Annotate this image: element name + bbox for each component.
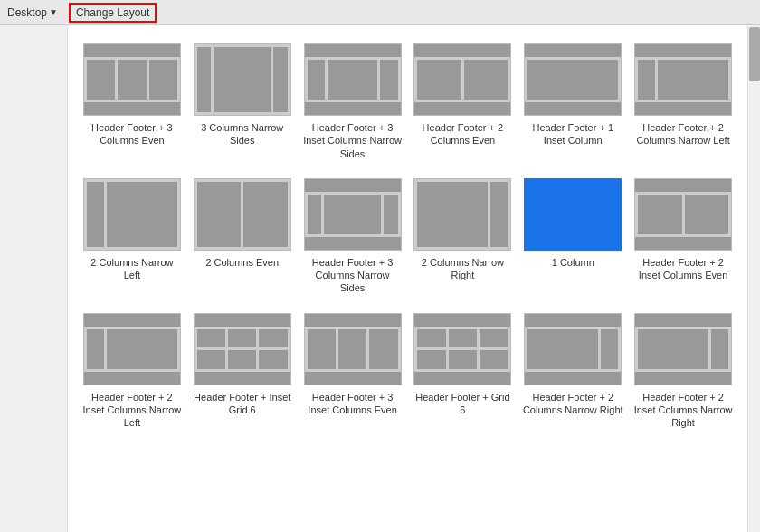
layout-preview-hf-2inset-col-narrow-left xyxy=(83,313,181,385)
top-bar: Desktop ▼ Change Layout xyxy=(0,0,760,25)
layout-preview-hf-3col-inset-narrow xyxy=(304,43,402,116)
layout-label-hf-3col-inset-narrow: Header Footer + 3 Inset Columns Narrow S… xyxy=(302,121,404,160)
layout-preview-hf-3col-narrow-sides xyxy=(304,178,402,251)
layout-preview-hf-3col-even xyxy=(83,43,181,116)
layout-item-hf-2col-even[interactable]: Header Footer + 2 Columns Even xyxy=(413,43,514,160)
desktop-dropdown-arrow[interactable]: ▼ xyxy=(49,7,58,17)
layout-label-2col-narrow-right: 2 Columns Narrow Right xyxy=(413,256,514,282)
layout-preview-hf-2col-even xyxy=(413,43,511,116)
layout-preview-2col-even xyxy=(194,178,291,251)
layout-label-3col-narrow-sides: 3 Columns Narrow Sides xyxy=(192,121,293,147)
layout-item-hf-2col-narrow-right[interactable]: Header Footer + 2 Columns Narrow Right xyxy=(522,313,623,430)
layout-preview-hf-3inset-col-even xyxy=(304,313,402,385)
layout-preview-hf-2inset-col-narrow-right xyxy=(634,313,732,385)
layout-item-2col-narrow-right[interactable]: 2 Columns Narrow Right xyxy=(413,178,514,295)
layout-item-hf-3col-even[interactable]: Header Footer + 3 Columns Even xyxy=(81,43,183,160)
layout-item-hf-2inset-col-narrow-right[interactable]: Header Footer + 2 Inset Columns Narrow R… xyxy=(632,313,734,430)
layout-preview-3col-narrow-sides xyxy=(194,43,291,116)
layout-label-hf-2col-even: Header Footer + 2 Columns Even xyxy=(413,121,514,147)
main-container: Header Footer + 3 Columns Even 3 Columns… xyxy=(0,25,760,532)
layout-preview-hf-2col-narrow-right xyxy=(524,313,622,385)
change-layout-button[interactable]: Change Layout xyxy=(69,3,157,23)
layout-label-hf-2inset-col-narrow-left: Header Footer + 2 Inset Columns Narrow L… xyxy=(81,391,183,430)
layout-item-2col-even[interactable]: 2 Columns Even xyxy=(192,178,293,295)
layout-item-hf-2inset-col-even[interactable]: Header Footer + 2 Inset Columns Even xyxy=(632,178,734,295)
layout-label-1col: 1 Column xyxy=(552,256,594,269)
desktop-label: Desktop xyxy=(7,6,47,19)
layout-preview-2col-narrow-left xyxy=(83,178,181,251)
layout-preview-hf-1inset-col xyxy=(524,43,622,116)
scrollbar-thumb[interactable] xyxy=(749,27,760,81)
layout-preview-hf-inset-grid-6 xyxy=(194,313,291,385)
layout-item-2col-narrow-left[interactable]: 2 Columns Narrow Left xyxy=(81,178,183,295)
layout-label-hf-2inset-col-narrow-right: Header Footer + 2 Inset Columns Narrow R… xyxy=(632,391,734,430)
layout-item-hf-inset-grid-6[interactable]: Header Footer + Inset Grid 6 xyxy=(192,313,293,430)
layout-label-hf-3inset-col-even: Header Footer + 3 Inset Columns Even xyxy=(302,391,404,417)
layout-label-hf-grid-6: Header Footer + Grid 6 xyxy=(413,391,514,417)
layout-label-hf-3col-even: Header Footer + 3 Columns Even xyxy=(81,121,183,147)
layout-preview-hf-grid-6 xyxy=(413,313,511,385)
layout-item-3col-narrow-sides[interactable]: 3 Columns Narrow Sides xyxy=(192,43,293,160)
layout-item-1col[interactable]: 1 Column xyxy=(522,178,623,295)
layout-label-2col-even: 2 Columns Even xyxy=(205,256,279,269)
layout-item-hf-2inset-col-narrow-left[interactable]: Header Footer + 2 Inset Columns Narrow L… xyxy=(81,313,183,430)
layout-label-hf-2col-narrow-left: Header Footer + 2 Columns Narrow Left xyxy=(632,121,734,147)
layout-preview-hf-2col-narrow-left xyxy=(634,43,732,116)
layout-label-hf-inset-grid-6: Header Footer + Inset Grid 6 xyxy=(192,391,293,417)
layout-item-hf-3inset-col-even[interactable]: Header Footer + 3 Inset Columns Even xyxy=(302,313,404,430)
layout-preview-hf-2inset-col-even xyxy=(634,178,732,251)
left-sidebar xyxy=(0,25,68,532)
layout-label-hf-2inset-col-even: Header Footer + 2 Inset Columns Even xyxy=(632,256,734,282)
layout-label-hf-2col-narrow-right: Header Footer + 2 Columns Narrow Right xyxy=(522,391,623,417)
layout-item-hf-2col-narrow-left[interactable]: Header Footer + 2 Columns Narrow Left xyxy=(632,43,734,160)
layout-label-hf-1inset-col: Header Footer + 1 Inset Column xyxy=(522,121,623,147)
content-area: Header Footer + 3 Columns Even 3 Columns… xyxy=(68,25,747,532)
scrollbar[interactable] xyxy=(747,25,760,532)
layout-preview-1col xyxy=(524,178,622,251)
layout-label-hf-3col-narrow-sides: Header Footer + 3 Columns Narrow Sides xyxy=(302,256,404,295)
layout-label-2col-narrow-left: 2 Columns Narrow Left xyxy=(81,256,183,282)
layout-item-hf-grid-6[interactable]: Header Footer + Grid 6 xyxy=(413,313,514,430)
layout-item-hf-3col-narrow-sides[interactable]: Header Footer + 3 Columns Narrow Sides xyxy=(302,178,404,295)
layout-item-hf-1inset-col[interactable]: Header Footer + 1 Inset Column xyxy=(522,43,623,160)
layout-item-hf-3col-inset-narrow[interactable]: Header Footer + 3 Inset Columns Narrow S… xyxy=(302,43,404,160)
layout-preview-2col-narrow-right xyxy=(413,178,511,251)
layout-grid: Header Footer + 3 Columns Even 3 Columns… xyxy=(77,43,738,430)
